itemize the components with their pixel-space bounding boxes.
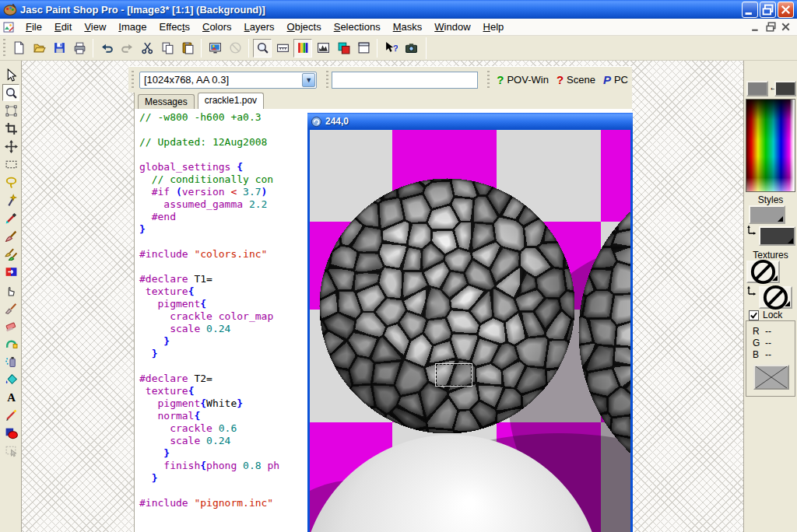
rgb-label-g: G [753,338,760,348]
menu-edit[interactable]: Edit [48,19,78,34]
command-line-input[interactable] [332,72,478,89]
menu-help[interactable]: Help [477,19,511,34]
toolbar-separator [201,39,202,58]
menu-view[interactable]: View [78,19,112,34]
render-preset-dropdown[interactable]: [1024x768, AA 0.3] ▼ [139,72,317,89]
copy-button[interactable] [158,39,177,58]
mdi-close-icon[interactable] [779,21,792,33]
tool-object-selector [2,442,19,459]
context-help-button[interactable]: ? [381,39,400,58]
tool-eraser[interactable] [2,317,19,334]
menu-file[interactable]: File [19,19,48,34]
color-swap-button[interactable] [334,39,353,58]
pov-toolbar-grip[interactable] [132,71,134,89]
tool-zoom[interactable] [2,84,19,101]
tool-clone-brush[interactable] [2,245,19,262]
cut-button[interactable] [138,39,156,58]
tool-flood-fill[interactable] [2,370,19,387]
rgb-readout-panel: R--G--B-- [746,320,795,397]
menu-window[interactable]: Window [428,19,476,34]
tool-mover[interactable] [2,138,19,155]
tab-messages[interactable]: Messages [138,94,195,109]
chevron-down-icon[interactable]: ▼ [302,73,315,87]
open-button[interactable] [30,39,48,58]
screen-capture-button[interactable] [402,39,420,58]
normal-viewing-button[interactable] [253,39,272,58]
tool-deformation[interactable] [2,102,19,119]
tool-preset-shapes[interactable] [2,424,19,441]
toolbar-separator [93,39,93,58]
menu-masks[interactable]: Masks [387,19,429,34]
pov-toolbar-grip2[interactable] [326,71,328,89]
toolbar-edge [426,37,427,59]
svg-text:A: A [7,390,16,403]
tool-draw[interactable] [2,406,19,423]
app-title: Jasc Paint Shop Pro - [Image3* [1:1] (Ba… [20,4,265,16]
toolbar-grip[interactable] [3,39,5,58]
rgb-value-b: -- [765,349,771,360]
tool-retouch[interactable] [2,281,19,298]
save-button[interactable] [50,39,68,58]
toolbar-separator [248,39,249,58]
undo-button[interactable] [97,39,116,58]
rendered-image[interactable] [310,130,630,532]
svg-text:?: ? [392,43,397,53]
restore-button[interactable] [760,2,776,18]
print-button[interactable] [70,39,89,58]
foreground-texture-button[interactable] [746,261,780,283]
menu-selections[interactable]: Selections [328,19,387,34]
menu-colors[interactable]: Colors [196,19,238,34]
tool-selection[interactable] [2,156,19,173]
menu-objects[interactable]: Objects [281,19,328,34]
image-window-title: 244,0 [325,116,349,127]
insert-menu-pov-win[interactable]: ?POV-Win [493,72,553,88]
tool-crop[interactable] [2,120,19,137]
close-button[interactable] [778,2,794,18]
mdi-restore-icon[interactable] [764,21,778,33]
menu-image[interactable]: Image [112,19,153,34]
minimize-button[interactable] [742,2,758,18]
image-window-titlebar[interactable]: 244,0 [307,113,633,130]
insert-menu-pc[interactable]: PPC [599,72,632,88]
layer-palette-button[interactable] [354,39,373,58]
tool-freehand[interactable] [2,173,19,191]
histogram-button[interactable] [293,39,312,58]
tool-palette: A [0,61,22,532]
tool-color-replacer[interactable] [2,263,19,280]
rgb-label-b: B [753,349,759,360]
menu-layers[interactable]: Layers [238,19,281,34]
histogram-window-button[interactable] [314,39,332,58]
swap-textures-icon[interactable] [746,285,757,296]
tool-dropper[interactable] [2,209,19,226]
pov-toolbar-grip3[interactable] [487,71,490,89]
full-screen-preview-button [226,39,244,58]
tool-text[interactable]: A [2,388,19,405]
image-information-button[interactable] [273,39,292,58]
background-texture-button[interactable] [759,286,792,309]
tool-paintbrush[interactable] [2,227,19,244]
tool-scratch-remover[interactable] [2,299,19,316]
pov-p: P [603,73,611,86]
swap-styles-icon[interactable] [746,224,757,235]
image-window: 244,0 [307,113,633,532]
menu-effects[interactable]: Effects [153,19,196,34]
foreground-style-button[interactable] [749,205,785,224]
tool-magic-wand[interactable] [2,191,19,208]
rgb-label-r: R [753,326,760,337]
color-spectrum-picker[interactable] [746,99,795,192]
lock-checkbox[interactable] [749,310,759,320]
mdi-minimize-icon[interactable] [750,21,763,33]
background-style-button[interactable] [759,226,795,246]
full-screen-edit-button[interactable] [205,39,224,58]
tool-picture-tube[interactable] [2,334,19,352]
selection-marquee[interactable] [436,364,472,386]
active-background-swatch[interactable] [774,81,796,96]
paste-button[interactable] [178,39,197,58]
tool-airbrush[interactable] [2,352,19,369]
active-foreground-swatch[interactable] [746,81,768,96]
image-canvas-area[interactable] [310,130,630,532]
insert-menu-scene[interactable]: ?Scene [553,72,599,88]
new-button[interactable] [9,39,28,58]
tab-crackle1-pov[interactable]: crackle1.pov [198,93,264,109]
tool-arrow[interactable] [2,66,19,83]
